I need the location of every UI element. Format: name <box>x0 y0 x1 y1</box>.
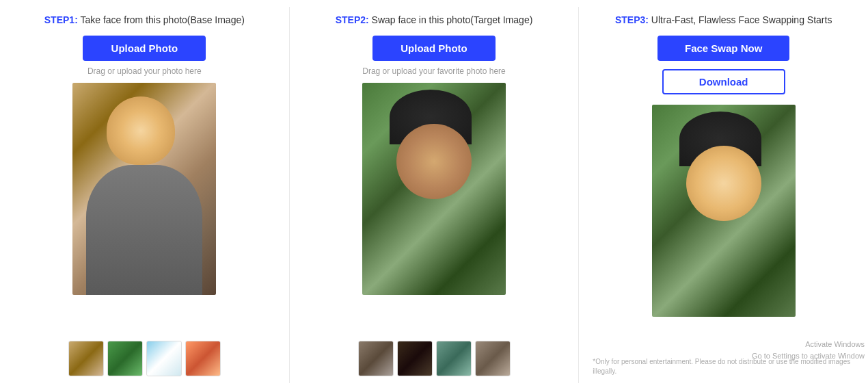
drag-hint-target: Drag or upload your favorite photo here <box>362 66 505 76</box>
download-button[interactable]: Download <box>662 69 785 94</box>
main-container: STEP1: Take face from this photo(Base Im… <box>0 0 868 390</box>
drag-hint-base: Drag or upload your photo here <box>87 66 202 76</box>
step3-header: STEP3: Ultra-Fast, Flawless Face Swappin… <box>589 14 858 27</box>
base-thumbnail-row <box>68 341 221 376</box>
target-thumb-4[interactable] <box>475 341 511 376</box>
step3-column: STEP3: Ultra-Fast, Flawless Face Swappin… <box>579 7 868 383</box>
result-image <box>652 105 796 317</box>
step1-description: Take face from this photo(Base Image) <box>80 14 244 25</box>
upload-photo-target-button[interactable]: Upload Photo <box>372 36 496 61</box>
base-thumb-4[interactable] <box>185 341 221 376</box>
step2-header: STEP2: Swap face in this photo(Target Im… <box>300 14 569 27</box>
target-thumb-1[interactable] <box>358 341 394 376</box>
base-thumb-2[interactable] <box>107 341 143 376</box>
face-swap-button[interactable]: Face Swap Now <box>657 36 789 61</box>
base-image <box>72 83 216 295</box>
step2-number: STEP2: <box>336 14 369 25</box>
base-thumb-1[interactable] <box>68 341 104 376</box>
step3-description: Ultra-Fast, Flawless Face Swapping Start… <box>651 14 832 25</box>
step1-header: STEP1: Take face from this photo(Base Im… <box>10 14 279 27</box>
step3-top: Face Swap Now Download <box>589 36 858 101</box>
target-thumb-3[interactable] <box>436 341 472 376</box>
step2-description: Swap face in this photo(Target Image) <box>372 14 533 25</box>
step1-number: STEP1: <box>44 14 78 25</box>
result-image-area <box>589 101 858 346</box>
target-thumb-2[interactable] <box>397 341 433 376</box>
upload-photo-base-button[interactable]: Upload Photo <box>83 36 206 61</box>
step1-column: STEP1: Take face from this photo(Base Im… <box>0 7 290 383</box>
step2-column: STEP2: Swap face in this photo(Target Im… <box>290 7 580 383</box>
step3-number: STEP3: <box>615 14 649 25</box>
target-image-area <box>300 83 569 335</box>
base-thumb-3[interactable] <box>146 341 182 376</box>
target-thumbnail-row <box>358 341 511 376</box>
target-image <box>362 83 506 295</box>
disclaimer-text: *Only for personal entertainment. Please… <box>589 357 858 376</box>
base-image-area <box>10 83 279 335</box>
